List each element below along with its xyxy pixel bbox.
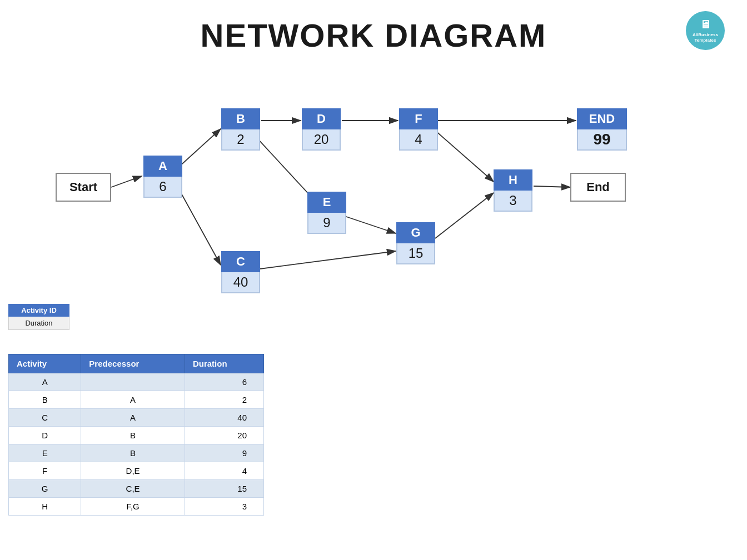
svg-line-1 bbox=[111, 176, 142, 187]
node-end-value: 99 bbox=[577, 129, 627, 151]
cell-duration: 40 bbox=[185, 409, 263, 427]
table-row: DB20 bbox=[9, 427, 264, 444]
node-G-value: 15 bbox=[396, 243, 435, 264]
legend: Activity ID Duration bbox=[8, 304, 69, 330]
table-row: EB9 bbox=[9, 444, 264, 462]
svg-line-8 bbox=[256, 251, 396, 269]
activity-table: Activity Predecessor Duration A6BA2CA40D… bbox=[8, 354, 264, 516]
cell-duration: 15 bbox=[185, 480, 263, 498]
node-D-value: 20 bbox=[302, 129, 341, 151]
cell-duration: 20 bbox=[185, 427, 263, 444]
node-H: H 3 bbox=[494, 169, 532, 212]
node-A: A 6 bbox=[143, 156, 182, 198]
svg-line-3 bbox=[178, 187, 221, 265]
node-G: G 15 bbox=[396, 222, 435, 264]
node-B: B 2 bbox=[221, 108, 260, 151]
node-F-value: 4 bbox=[399, 129, 438, 151]
cell-activity: G bbox=[9, 480, 81, 498]
node-H-label: H bbox=[494, 169, 532, 191]
cell-activity: F bbox=[9, 462, 81, 480]
cell-activity: C bbox=[9, 409, 81, 427]
col-duration: Duration bbox=[185, 354, 263, 373]
cell-predecessor: A bbox=[81, 391, 185, 409]
cell-predecessor: B bbox=[81, 427, 185, 444]
arrows-overlay bbox=[0, 65, 747, 343]
cell-predecessor: D,E bbox=[81, 462, 185, 480]
cell-predecessor bbox=[81, 373, 185, 391]
node-H-value: 3 bbox=[494, 191, 532, 212]
node-C-value: 40 bbox=[221, 272, 260, 293]
col-predecessor: Predecessor bbox=[81, 354, 185, 373]
node-G-label: G bbox=[396, 222, 435, 243]
cell-predecessor: C,E bbox=[81, 480, 185, 498]
cell-activity: E bbox=[9, 444, 81, 462]
page-header: NETWORK DIAGRAM 🖥 AllBusiness Templates bbox=[0, 0, 747, 59]
svg-line-7 bbox=[338, 214, 396, 233]
cell-duration: 6 bbox=[185, 373, 263, 391]
cell-duration: 3 bbox=[185, 498, 263, 516]
cell-activity: H bbox=[9, 498, 81, 516]
logo-line2: Templates bbox=[695, 38, 716, 43]
cell-duration: 4 bbox=[185, 462, 263, 480]
legend-duration: Duration bbox=[8, 317, 69, 330]
svg-line-2 bbox=[178, 129, 221, 168]
table-header-row: Activity Predecessor Duration bbox=[9, 354, 264, 373]
table-row: GC,E15 bbox=[9, 480, 264, 498]
node-E: E 9 bbox=[307, 192, 346, 234]
node-D-label: D bbox=[302, 108, 341, 129]
node-A-label: A bbox=[143, 156, 182, 177]
cell-predecessor: F,G bbox=[81, 498, 185, 516]
start-node: Start bbox=[56, 173, 111, 202]
node-A-value: 6 bbox=[143, 177, 182, 198]
table-row: A6 bbox=[9, 373, 264, 391]
node-C: C 40 bbox=[221, 251, 260, 293]
node-E-label: E bbox=[307, 192, 346, 213]
logo-icon: 🖥 bbox=[700, 18, 711, 31]
cell-activity: A bbox=[9, 373, 81, 391]
col-activity: Activity bbox=[9, 354, 81, 373]
table-row: CA40 bbox=[9, 409, 264, 427]
end-node: End bbox=[570, 173, 626, 202]
legend-activity-id: Activity ID bbox=[8, 304, 69, 317]
cell-predecessor: B bbox=[81, 444, 185, 462]
cell-duration: 2 bbox=[185, 391, 263, 409]
svg-line-10 bbox=[435, 193, 494, 238]
svg-line-11 bbox=[534, 186, 570, 187]
table-row: FD,E4 bbox=[9, 462, 264, 480]
cell-duration: 9 bbox=[185, 444, 263, 462]
end-node-label: End bbox=[586, 180, 610, 194]
node-C-label: C bbox=[221, 251, 260, 272]
node-F-label: F bbox=[399, 108, 438, 129]
cell-activity: B bbox=[9, 391, 81, 409]
logo: 🖥 AllBusiness Templates bbox=[686, 11, 725, 50]
svg-line-9 bbox=[435, 131, 494, 182]
node-end-box: END 99 bbox=[577, 108, 627, 151]
logo-line1: AllBusiness bbox=[693, 32, 718, 38]
node-F: F 4 bbox=[399, 108, 438, 151]
node-D: D 20 bbox=[302, 108, 341, 151]
table-row: HF,G3 bbox=[9, 498, 264, 516]
node-E-value: 9 bbox=[307, 213, 346, 234]
node-B-value: 2 bbox=[221, 129, 260, 151]
page-title: NETWORK DIAGRAM bbox=[0, 17, 747, 54]
node-end-label: END bbox=[577, 108, 627, 129]
node-B-label: B bbox=[221, 108, 260, 129]
cell-predecessor: A bbox=[81, 409, 185, 427]
table-row: BA2 bbox=[9, 391, 264, 409]
cell-activity: D bbox=[9, 427, 81, 444]
diagram-area: Start A 6 B 2 C 40 D 20 E 9 F 4 G 15 H 3… bbox=[0, 65, 747, 343]
table-section: Activity Predecessor Duration A6BA2CA40D… bbox=[0, 343, 747, 516]
